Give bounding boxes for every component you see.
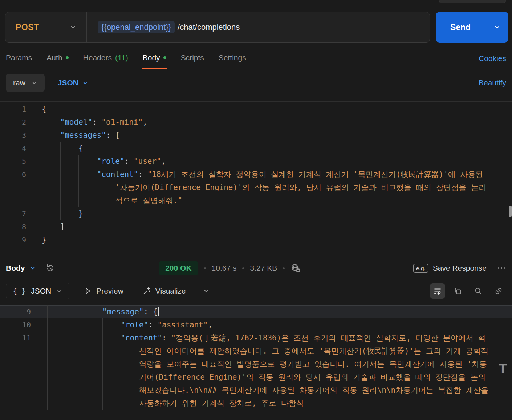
wrap-text-button[interactable] <box>430 283 445 299</box>
code-line[interactable]: 4{ <box>0 142 512 155</box>
code-token: "18세기 조선의 실학자 정약용이 설계한 기계식 계산기 '목민계산기(牧民… <box>115 170 488 205</box>
tab-auth[interactable]: Auth <box>46 53 68 64</box>
separator-dot <box>242 267 244 269</box>
language-dropdown[interactable]: JSON <box>58 78 88 87</box>
response-body-editor[interactable]: 9"message": {10"role": "assistant",11"co… <box>0 305 512 414</box>
code-line[interactable]: 8] <box>0 220 512 233</box>
line-number: 7 <box>0 207 26 220</box>
code-token: : <box>148 320 157 329</box>
url-box: POST {{openai_endpoint}} /chat/completio… <box>5 12 430 43</box>
method-label: POST <box>16 23 39 32</box>
separator-dot <box>204 267 206 269</box>
response-format-dropdown[interactable]: { } JSON <box>6 283 69 299</box>
tab-settings[interactable]: Settings <box>219 53 246 64</box>
api-client-window: POST {{openai_endpoint}} /chat/completio… <box>0 0 512 420</box>
send-options-button[interactable] <box>485 12 508 43</box>
code-token: { <box>153 307 158 316</box>
tab-params[interactable]: Params <box>6 53 32 64</box>
network-info-button[interactable] <box>290 263 301 273</box>
search-icon <box>474 287 483 295</box>
response-size[interactable]: 3.27 KB <box>250 264 277 272</box>
tab-scripts[interactable]: Scripts <box>181 53 204 64</box>
preview-button[interactable]: Preview <box>82 286 126 296</box>
save-response-button[interactable]: Save Response <box>433 264 487 272</box>
code-line[interactable]: 11"content": "정약용(丁若鏞, 1762-1836)은 조선 후기… <box>0 331 512 410</box>
beautify-link[interactable]: Beautify <box>479 78 506 87</box>
code-line[interactable]: 2"model": "o1-mini", <box>0 116 512 129</box>
link-button[interactable] <box>491 283 506 299</box>
url-input[interactable]: {{openai_endpoint}} /chat/completions <box>87 21 240 33</box>
response-toolbar: { } JSON Preview Visualize <box>0 280 512 305</box>
chevron-down-icon <box>82 80 88 86</box>
tab-label: Body <box>143 53 160 62</box>
example-icon: e.g. <box>413 264 428 273</box>
response-history-button[interactable] <box>45 263 55 273</box>
visualize-options-button[interactable] <box>203 288 210 294</box>
wrap-text-icon <box>433 287 442 295</box>
code-line[interactable]: 6"content": "18세기 조선의 실학자 정약용이 설계한 기계식 계… <box>0 168 512 207</box>
code-line[interactable]: 7} <box>0 207 512 220</box>
code-line[interactable]: 1{ <box>0 102 512 116</box>
braces-icon: { } <box>13 287 26 295</box>
chevron-down-icon <box>203 288 210 294</box>
response-panel: Body 200 OK 10.67 s 3.27 KB <box>0 254 512 414</box>
headers-count: (11) <box>115 53 128 62</box>
response-view-dropdown[interactable]: Body <box>6 264 36 272</box>
code-line[interactable]: 5"role": "user", <box>0 155 512 168</box>
body-format-label: raw <box>13 78 25 87</box>
tab-headers[interactable]: Headers (11) <box>83 53 128 64</box>
body-configured-dot <box>163 56 166 59</box>
chevron-down-icon <box>56 288 62 294</box>
tab-label: Headers <box>83 53 112 62</box>
text-size-indicator: T <box>499 361 507 376</box>
chevron-down-icon <box>494 24 500 31</box>
send-button-group: Send <box>436 12 508 43</box>
response-time[interactable]: 10.67 s <box>212 264 237 272</box>
response-view-label: Body <box>6 264 25 272</box>
line-number: 9 <box>0 233 26 246</box>
line-number: 8 <box>0 220 26 233</box>
copy-button[interactable] <box>450 283 466 299</box>
visualize-button[interactable]: Visualize <box>140 286 188 296</box>
language-label: JSON <box>58 78 78 87</box>
request-body-editor[interactable]: 1{2"model": "o1-mini",3"messages": [4{5"… <box>0 101 512 247</box>
code-token: "role" <box>97 157 125 166</box>
tab-body[interactable]: Body <box>143 53 166 64</box>
toolbar-divider <box>196 286 196 296</box>
code-token: , <box>143 118 147 126</box>
header-divider <box>405 263 405 274</box>
search-button[interactable] <box>471 283 486 299</box>
top-toolbar-fragment <box>439 0 506 3</box>
body-format-toolbar: raw JSON Beautify <box>6 74 506 92</box>
code-token: { <box>78 144 83 153</box>
chevron-down-icon <box>70 24 76 31</box>
url-variable-chip[interactable]: {{openai_endpoint}} <box>98 21 175 33</box>
send-button[interactable]: Send <box>436 12 485 43</box>
code-token: : [ <box>106 131 120 140</box>
body-format-dropdown[interactable]: raw <box>6 74 45 92</box>
response-header: Body 200 OK 10.67 s 3.27 KB <box>0 254 512 280</box>
code-token: "정약용(丁若鏞, 1762-1836)은 조선 후기의 대표적인 실학자로, … <box>139 334 493 408</box>
line-number: 1 <box>0 102 26 116</box>
more-options-icon <box>497 263 506 273</box>
chevron-down-icon <box>31 80 37 86</box>
url-path: /chat/completions <box>178 23 240 32</box>
line-number: 4 <box>0 142 26 155</box>
method-dropdown[interactable]: POST <box>5 23 86 32</box>
code-token: } <box>78 209 83 218</box>
cookies-link[interactable]: Cookies <box>479 54 506 63</box>
response-format-label: JSON <box>31 287 51 295</box>
line-number: 3 <box>0 129 26 142</box>
code-line[interactable]: 10"role": "assistant", <box>0 318 512 331</box>
more-options-button[interactable] <box>497 263 506 273</box>
tab-label: Scripts <box>181 53 204 62</box>
tab-label: Settings <box>219 53 246 62</box>
code-token: : <box>125 157 134 166</box>
code-line[interactable]: 3"messages": [ <box>0 129 512 142</box>
code-line[interactable]: 9"message": { <box>0 305 512 318</box>
line-number: 11 <box>0 331 31 410</box>
status-badge[interactable]: 200 OK <box>159 261 198 275</box>
editor-scrollbar-thumb[interactable] <box>509 206 512 217</box>
link-icon <box>494 287 503 295</box>
code-line[interactable]: 9} <box>0 233 512 246</box>
